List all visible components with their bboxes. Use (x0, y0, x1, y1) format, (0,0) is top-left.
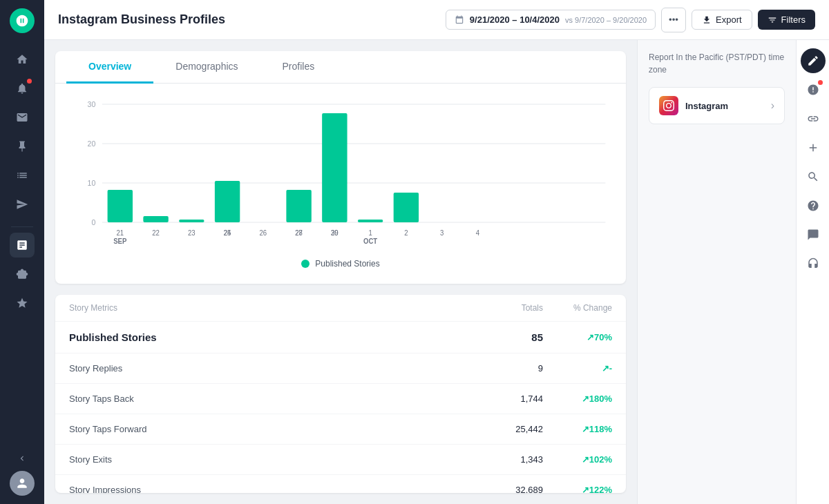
search-icon (807, 171, 819, 183)
svg-text:1: 1 (368, 229, 372, 237)
page-header: Instagram Business Profiles 9/21/2020 – … (44, 0, 829, 40)
header-controls: 9/21/2020 – 10/4/2020 vs 9/7/2020 – 9/20… (446, 8, 815, 32)
svg-text:3: 3 (440, 229, 444, 237)
sidebar-item-pin[interactable] (10, 134, 35, 159)
row-change-story-replies: ↗- (543, 363, 612, 374)
link-button[interactable] (801, 106, 826, 131)
calendar-icon (455, 15, 464, 25)
sidebar-item-notifications[interactable] (10, 76, 35, 101)
svg-text:OCT: OCT (363, 238, 377, 245)
user-avatar[interactable] (10, 471, 35, 496)
row-name-story-impressions: Story Impressions (69, 485, 474, 493)
legend-dot-published-stories (301, 260, 309, 268)
svg-text:26: 26 (260, 229, 267, 237)
sidebar-collapse-btn[interactable] (15, 452, 29, 465)
add-button[interactable] (801, 135, 826, 160)
row-name-story-taps-forward: Story Taps Forward (69, 424, 474, 434)
tabs-container: Overview Demographics Profiles 30 20 (55, 51, 626, 284)
svg-text:23: 23 (188, 229, 196, 237)
svg-text:30: 30 (88, 100, 96, 108)
notification-badge (27, 79, 32, 84)
date-range-button[interactable]: 9/21/2020 – 10/4/2020 vs 9/7/2020 – 9/20… (446, 10, 656, 30)
app-logo[interactable] (10, 8, 35, 33)
metrics-row-story-replies[interactable]: Story Replies 9 ↗- (55, 353, 626, 384)
bar-sep-21 (108, 190, 133, 222)
report-timezone-info: Report In the Pacific (PST/PDT) time zon… (649, 51, 785, 76)
help-button[interactable] (801, 193, 826, 218)
alert-icon (807, 84, 819, 96)
export-icon (702, 15, 712, 25)
far-right-bar (796, 40, 829, 504)
row-change-story-taps-back: ↗180% (543, 394, 612, 404)
svg-text:21: 21 (116, 229, 124, 237)
svg-text:28: 28 (295, 229, 303, 237)
svg-text:22: 22 (152, 229, 160, 237)
tab-demographics[interactable]: Demographics (153, 51, 260, 84)
metrics-row-published-stories[interactable]: Published Stories 85 ↗70% (55, 322, 626, 353)
metrics-row-story-exits[interactable]: Story Exits 1,343 ↗102% (55, 445, 626, 475)
link-icon (807, 113, 819, 125)
svg-text:20: 20 (88, 139, 96, 148)
metrics-table-header: Story Metrics Totals % Change (55, 295, 626, 322)
instagram-label: Instagram (685, 101, 764, 111)
row-name-published-stories: Published Stories (69, 331, 474, 343)
sidebar-item-send[interactable] (10, 192, 35, 217)
bar-sep-22 (143, 216, 168, 222)
search-button[interactable] (801, 164, 826, 189)
metrics-row-story-impressions[interactable]: Story Impressions 32,689 ↗122% (55, 475, 626, 493)
svg-text:0: 0 (91, 218, 95, 226)
col-change-header: % Change (543, 303, 612, 313)
bar-sep-28 (286, 190, 311, 222)
bar-oct-1 (358, 220, 383, 222)
instagram-chevron-icon: › (771, 99, 774, 112)
filters-icon (768, 15, 777, 25)
sidebar-item-bot[interactable] (10, 262, 35, 287)
sidebar-item-list[interactable] (10, 163, 35, 188)
bar-oct-2 (394, 193, 419, 222)
sidebar-item-analytics[interactable] (10, 233, 35, 258)
row-total-story-impressions: 32,689 (474, 485, 543, 493)
comment-icon (807, 229, 819, 241)
add-icon (807, 142, 819, 154)
col-name-header: Story Metrics (69, 303, 474, 313)
row-name-story-taps-back: Story Taps Back (69, 394, 474, 404)
row-total-story-taps-back: 1,744 (474, 394, 543, 404)
row-total-story-taps-forward: 25,442 (474, 424, 543, 434)
instagram-profile-card[interactable]: Instagram › (649, 87, 785, 124)
bar-chart: 30 20 10 0 21 SEP 22 2 (69, 97, 612, 256)
more-options-button[interactable]: ••• (661, 8, 686, 32)
sidebar-divider (11, 226, 33, 227)
tab-overview[interactable]: Overview (66, 51, 153, 84)
alert-badge (818, 80, 823, 85)
row-name-story-replies: Story Replies (69, 363, 474, 374)
col-total-header: Totals (474, 303, 543, 313)
metrics-table: Story Metrics Totals % Change Published … (55, 295, 626, 493)
bar-sep-25 (215, 181, 240, 222)
svg-text:10: 10 (88, 179, 96, 187)
alert-button[interactable] (801, 77, 826, 102)
export-button[interactable]: Export (692, 10, 752, 30)
sidebar-item-home[interactable] (10, 47, 35, 72)
svg-text:2: 2 (404, 229, 408, 237)
legend-label-published-stories: Published Stories (315, 259, 379, 269)
left-sidebar (0, 0, 44, 504)
headset-button[interactable] (801, 251, 826, 276)
sidebar-item-messages[interactable] (10, 105, 35, 130)
center-panel: Overview Demographics Profiles 30 20 (44, 40, 637, 504)
svg-text:SEP: SEP (113, 238, 127, 245)
comment-button[interactable] (801, 222, 826, 247)
row-change-story-taps-forward: ↗118% (543, 424, 612, 434)
filters-button[interactable]: Filters (758, 10, 815, 30)
main-content: Instagram Business Profiles 9/21/2020 – … (44, 0, 829, 504)
chart-legend: Published Stories (69, 259, 612, 277)
tabs-header: Overview Demographics Profiles (55, 51, 626, 84)
help-icon (807, 200, 819, 212)
tab-profiles[interactable]: Profiles (260, 51, 337, 84)
row-change-story-impressions: ↗122% (543, 485, 612, 493)
sidebar-item-star[interactable] (10, 291, 35, 316)
compose-button[interactable] (801, 48, 826, 73)
comparison-range-label: vs 9/7/2020 – 9/20/2020 (565, 16, 647, 24)
metrics-row-story-taps-back[interactable]: Story Taps Back 1,744 ↗180% (55, 384, 626, 414)
bar-sep-23 (179, 220, 204, 222)
metrics-row-story-taps-forward[interactable]: Story Taps Forward 25,442 ↗118% (55, 414, 626, 445)
